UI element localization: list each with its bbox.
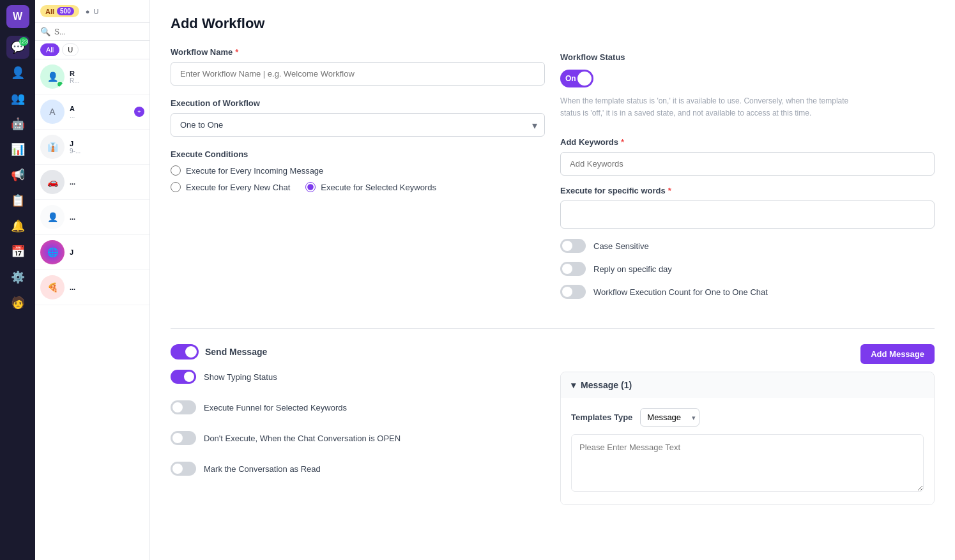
required-star: * [235, 47, 238, 57]
execute-funnel-toggle[interactable] [171, 400, 196, 414]
sidebar-icon-profile[interactable]: 🧑 [6, 291, 29, 314]
chat-info: A ... [70, 105, 129, 119]
option-show-typing: Show Typing Status [171, 370, 545, 384]
radio-input-every-incoming[interactable] [171, 165, 181, 176]
page-title: Add Workflow [171, 15, 935, 32]
left-column: Workflow Name * Execution of Workflow On… [171, 47, 545, 308]
radio-selected-keywords[interactable]: Execute for Selected Keywords [305, 182, 436, 192]
specific-words-input[interactable] [560, 201, 935, 229]
show-typing-toggle[interactable] [171, 370, 196, 384]
radio-group: Execute for Every Incoming Message Execu… [171, 165, 545, 192]
workflow-name-input[interactable] [171, 62, 545, 86]
execution-select[interactable]: One to One [171, 113, 545, 137]
radio-row-1: Execute for Every Incoming Message [171, 165, 545, 176]
chat-name: ... [70, 178, 144, 186]
search-icon: 🔍 [40, 27, 50, 36]
chat-info: ... [70, 178, 144, 186]
dont-execute-toggle[interactable] [171, 431, 196, 445]
toggle-reply-specific-day: Reply on specific day [560, 262, 935, 276]
required-star-keywords: * [621, 137, 624, 147]
all-pill[interactable]: All 500 [40, 5, 79, 17]
radio-input-selected-keywords[interactable] [305, 182, 316, 192]
chat-search-bar: 🔍 [35, 23, 149, 41]
workflow-status-toggle[interactable]: On [560, 70, 593, 87]
sidebar-icon-notification[interactable]: 🔔 [6, 215, 29, 238]
radio-every-incoming[interactable]: Execute for Every Incoming Message [171, 165, 323, 176]
list-item[interactable]: A A ... + [35, 95, 149, 130]
dont-execute-label: Don't Execute, When the Chat Conversatio… [204, 434, 401, 443]
list-item[interactable]: 👤 R R... [35, 59, 149, 95]
toggle-on-label: On [565, 74, 576, 83]
radio-every-new-chat[interactable]: Execute for Every New Chat [171, 182, 290, 192]
chevron-down-icon: ▾ [571, 380, 576, 390]
search-input[interactable] [54, 27, 150, 36]
all-label: All [45, 8, 54, 15]
main-content: Add Workflow Workflow Name * Execution o… [150, 0, 955, 560]
workflow-execution-count-label: Workflow Execution Count for One to One … [593, 287, 768, 297]
execute-conditions-section: Execute Conditions Execute for Every Inc… [171, 149, 545, 192]
reply-specific-day-slider [560, 262, 586, 276]
chat-info: R R... [70, 70, 144, 84]
list-item[interactable]: 🌐 J [35, 235, 149, 270]
accordion-header[interactable]: ▾ Message (1) [561, 372, 934, 398]
option-execute-funnel: Execute Funnel for Selected Keywords [171, 400, 545, 414]
workflow-execution-count-toggle[interactable] [560, 285, 586, 299]
toggle-options-section: Case Sensitive Reply on specific day Wor… [560, 239, 935, 299]
templates-select[interactable]: Message [640, 408, 699, 427]
chat-name: ... [70, 213, 144, 221]
sidebar-icon-group[interactable]: 👥 [6, 87, 29, 110]
send-message-toggle[interactable] [171, 344, 199, 359]
case-sensitive-toggle[interactable] [560, 239, 586, 253]
chat-name: ... [70, 284, 144, 291]
chat-panel: All 500 ● U 🔍 All U 👤 R R... A A . [35, 0, 150, 560]
sidebar-icon-settings[interactable]: ⚙️ [6, 266, 29, 289]
list-item[interactable]: 👤 ... [35, 200, 149, 235]
mark-read-toggle[interactable] [171, 462, 196, 476]
chat-info: ... [70, 284, 144, 291]
sidebar-icon-chart[interactable]: 📊 [6, 138, 29, 161]
chat-info: J [70, 248, 144, 256]
sidebar-icon-chat[interactable]: 💬 123 [6, 36, 29, 59]
execution-workflow-section: Execution of Workflow One to One ▾ [171, 98, 545, 137]
chat-filter-row: All U [35, 41, 149, 59]
required-star-specific: * [668, 186, 671, 195]
toggle-slider: On [560, 70, 593, 87]
list-item[interactable]: 👔 J 9-... [35, 130, 149, 165]
dont-execute-slider [171, 431, 196, 445]
radio-label-selected-keywords: Execute for Selected Keywords [321, 183, 436, 192]
templates-row: Templates Type Message ▾ [571, 408, 924, 427]
message-textarea[interactable] [571, 434, 924, 492]
reply-specific-day-label: Reply on specific day [593, 264, 672, 274]
mark-read-label: Mark the Conversation as Read [204, 464, 321, 474]
case-sensitive-label: Case Sensitive [593, 241, 649, 251]
workflow-name-label: Workflow Name * [171, 47, 545, 57]
list-item[interactable]: 🍕 ... [35, 270, 149, 305]
toggle-row-status: On [560, 70, 935, 87]
sidebar-icon-bot[interactable]: 🤖 [6, 112, 29, 135]
sidebar-icon-table[interactable]: 📋 [6, 189, 29, 212]
filter-u-btn[interactable]: U [62, 43, 79, 56]
avatar: 🍕 [40, 275, 65, 299]
radio-input-every-new-chat[interactable] [171, 182, 181, 192]
keywords-input[interactable] [560, 152, 935, 176]
chat-list: 👤 R R... A A ... + 👔 J 9-... [35, 59, 149, 560]
specific-words-label: Execute for specific words * [560, 186, 935, 195]
add-message-button[interactable]: Add Message [860, 344, 935, 364]
sidebar-icon-broadcast[interactable]: 📢 [6, 163, 29, 186]
chat-info: ... [70, 213, 144, 221]
right-column: Workflow Status On When the template sta… [560, 47, 935, 308]
chat-badge: 123 [19, 37, 28, 46]
sidebar-icon-user[interactable]: 👤 [6, 61, 29, 84]
list-item[interactable]: 🚗 ... [35, 165, 149, 200]
send-message-section: Send Message Show Typing Status Execute … [171, 344, 545, 505]
send-message-toggle-row: Send Message [171, 344, 545, 359]
status-description: When the template status is 'on,' it is … [560, 95, 854, 119]
message-options-list: Show Typing Status Execute Funnel for Se… [171, 370, 545, 485]
workflow-execution-count-slider [560, 285, 586, 299]
u-label: U [93, 8, 98, 15]
message-panel: Add Message ▾ Message (1) Templates Type… [560, 344, 935, 505]
reply-specific-day-toggle[interactable] [560, 262, 586, 276]
filter-all-btn[interactable]: All [40, 43, 59, 56]
sidebar-icon-calendar[interactable]: 📅 [6, 240, 29, 263]
avatar: 👤 [40, 64, 65, 89]
